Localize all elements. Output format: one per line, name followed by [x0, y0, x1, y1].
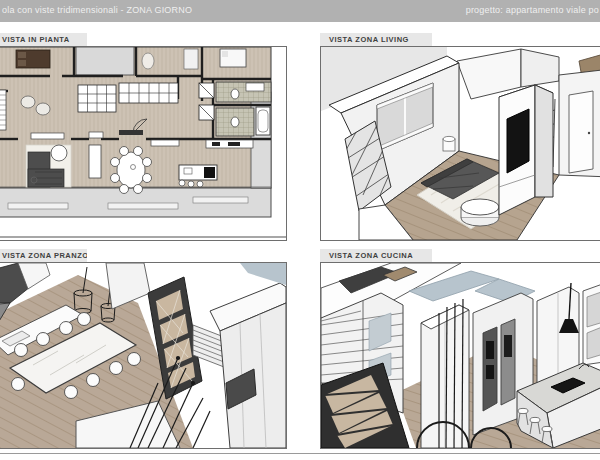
right-windows: [583, 281, 600, 365]
board-title: ola con viste tridimensionali - ZONA GIO…: [2, 5, 192, 15]
title-bar: ola con viste tridimensionali - ZONA GIO…: [0, 0, 600, 22]
living-render: [320, 46, 600, 241]
cucina-label: VISTA ZONA CUCINA: [320, 249, 432, 262]
tv-wall: [499, 85, 553, 215]
floor-plan-label: VISTA IN PIANTA: [0, 33, 87, 46]
pranzo-svg: [0, 263, 286, 448]
board-bottom-rule: [0, 453, 600, 454]
panel-cucina-view: VISTA ZONA CUCINA: [320, 249, 600, 449]
panel-living-view: VISTA ZONA LIVING: [320, 33, 600, 241]
project-title: progetto: appartamento viale po: [466, 5, 599, 15]
basket: [443, 136, 455, 151]
floor-plan-drawing: [0, 46, 287, 241]
right-wall: [559, 69, 600, 177]
pranzo-label: VISTA ZONA PRANZO: [0, 249, 87, 262]
panel-pranzo-view: VISTA ZONA PRANZO: [0, 249, 287, 449]
pranzo-render: [0, 262, 287, 449]
coffee-table: [461, 199, 499, 226]
living-svg: [321, 47, 600, 240]
living-label: VISTA ZONA LIVING: [320, 33, 432, 46]
floor-plan-svg: [0, 47, 286, 240]
cucina-svg: [321, 263, 600, 448]
cucina-render: [320, 262, 600, 449]
panel-floor-plan: VISTA IN PIANTA: [0, 33, 287, 241]
